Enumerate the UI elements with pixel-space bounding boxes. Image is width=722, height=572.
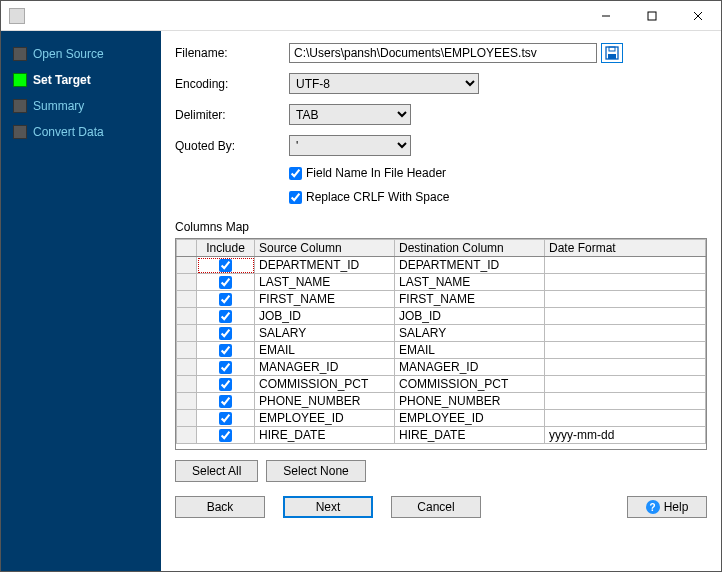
- include-cell[interactable]: [197, 427, 255, 444]
- quoted-by-select[interactable]: ': [289, 135, 411, 156]
- sidebar-item-summary[interactable]: Summary: [1, 93, 161, 119]
- maximize-button[interactable]: [629, 1, 675, 31]
- row-header[interactable]: [177, 410, 197, 427]
- sidebar-item-set-target[interactable]: Set Target: [1, 67, 161, 93]
- source-column-cell[interactable]: MANAGER_ID: [255, 359, 395, 376]
- field-name-header-checkbox[interactable]: [289, 167, 302, 180]
- source-column-cell[interactable]: FIRST_NAME: [255, 291, 395, 308]
- filename-input[interactable]: [289, 43, 597, 63]
- next-button[interactable]: Next: [283, 496, 373, 518]
- source-column-cell[interactable]: COMMISSION_PCT: [255, 376, 395, 393]
- date-format-cell[interactable]: [545, 257, 706, 274]
- row-header[interactable]: [177, 308, 197, 325]
- destination-column-cell[interactable]: HIRE_DATE: [395, 427, 545, 444]
- row-header[interactable]: [177, 342, 197, 359]
- destination-column-cell[interactable]: PHONE_NUMBER: [395, 393, 545, 410]
- destination-column-cell[interactable]: DEPARTMENT_ID: [395, 257, 545, 274]
- include-cell[interactable]: [197, 393, 255, 410]
- cancel-button[interactable]: Cancel: [391, 496, 481, 518]
- date-format-cell[interactable]: [545, 308, 706, 325]
- row-header[interactable]: [177, 427, 197, 444]
- row-header[interactable]: [177, 274, 197, 291]
- include-cell[interactable]: [197, 291, 255, 308]
- row-header[interactable]: [177, 257, 197, 274]
- include-cell[interactable]: [197, 308, 255, 325]
- destination-column-cell[interactable]: JOB_ID: [395, 308, 545, 325]
- table-row[interactable]: EMAILEMAIL: [177, 342, 706, 359]
- include-checkbox[interactable]: [219, 378, 232, 391]
- select-all-button[interactable]: Select All: [175, 460, 258, 482]
- table-row[interactable]: EMPLOYEE_IDEMPLOYEE_ID: [177, 410, 706, 427]
- table-row[interactable]: LAST_NAMELAST_NAME: [177, 274, 706, 291]
- destination-column-cell[interactable]: FIRST_NAME: [395, 291, 545, 308]
- include-cell[interactable]: [197, 342, 255, 359]
- delimiter-select[interactable]: TAB: [289, 104, 411, 125]
- source-column-cell[interactable]: DEPARTMENT_ID: [255, 257, 395, 274]
- minimize-button[interactable]: [583, 1, 629, 31]
- col-header-dest[interactable]: Destination Column: [395, 240, 545, 257]
- source-column-cell[interactable]: EMPLOYEE_ID: [255, 410, 395, 427]
- date-format-cell[interactable]: [545, 393, 706, 410]
- replace-crlf-checkbox[interactable]: [289, 191, 302, 204]
- row-header[interactable]: [177, 291, 197, 308]
- include-checkbox[interactable]: [219, 310, 232, 323]
- destination-column-cell[interactable]: SALARY: [395, 325, 545, 342]
- table-row[interactable]: DEPARTMENT_IDDEPARTMENT_ID: [177, 257, 706, 274]
- select-none-button[interactable]: Select None: [266, 460, 365, 482]
- include-cell[interactable]: [197, 359, 255, 376]
- include-cell[interactable]: [197, 376, 255, 393]
- col-header-include[interactable]: Include: [197, 240, 255, 257]
- date-format-cell[interactable]: [545, 376, 706, 393]
- date-format-cell[interactable]: yyyy-mm-dd: [545, 427, 706, 444]
- help-button[interactable]: ? Help: [627, 496, 707, 518]
- table-row[interactable]: JOB_IDJOB_ID: [177, 308, 706, 325]
- include-cell[interactable]: [197, 410, 255, 427]
- row-header[interactable]: [177, 325, 197, 342]
- include-checkbox[interactable]: [219, 293, 232, 306]
- sidebar-item-open-source[interactable]: Open Source: [1, 41, 161, 67]
- include-checkbox[interactable]: [219, 429, 232, 442]
- table-row[interactable]: MANAGER_IDMANAGER_ID: [177, 359, 706, 376]
- include-checkbox[interactable]: [219, 361, 232, 374]
- date-format-cell[interactable]: [545, 291, 706, 308]
- include-checkbox[interactable]: [219, 412, 232, 425]
- browse-button[interactable]: [601, 43, 623, 63]
- table-row[interactable]: HIRE_DATEHIRE_DATEyyyy-mm-dd: [177, 427, 706, 444]
- include-cell[interactable]: [197, 274, 255, 291]
- table-row[interactable]: PHONE_NUMBERPHONE_NUMBER: [177, 393, 706, 410]
- sidebar-item-convert-data[interactable]: Convert Data: [1, 119, 161, 145]
- row-header[interactable]: [177, 376, 197, 393]
- include-cell[interactable]: [197, 325, 255, 342]
- encoding-select[interactable]: UTF-8: [289, 73, 479, 94]
- date-format-cell[interactable]: [545, 342, 706, 359]
- include-checkbox[interactable]: [219, 344, 232, 357]
- table-row[interactable]: SALARYSALARY: [177, 325, 706, 342]
- back-button[interactable]: Back: [175, 496, 265, 518]
- date-format-cell[interactable]: [545, 410, 706, 427]
- source-column-cell[interactable]: SALARY: [255, 325, 395, 342]
- close-button[interactable]: [675, 1, 721, 31]
- source-column-cell[interactable]: EMAIL: [255, 342, 395, 359]
- destination-column-cell[interactable]: MANAGER_ID: [395, 359, 545, 376]
- col-header-date[interactable]: Date Format: [545, 240, 706, 257]
- date-format-cell[interactable]: [545, 274, 706, 291]
- date-format-cell[interactable]: [545, 325, 706, 342]
- table-row[interactable]: COMMISSION_PCTCOMMISSION_PCT: [177, 376, 706, 393]
- include-checkbox[interactable]: [219, 395, 232, 408]
- include-checkbox[interactable]: [219, 276, 232, 289]
- table-row[interactable]: FIRST_NAMEFIRST_NAME: [177, 291, 706, 308]
- date-format-cell[interactable]: [545, 359, 706, 376]
- include-checkbox[interactable]: [219, 259, 232, 272]
- source-column-cell[interactable]: PHONE_NUMBER: [255, 393, 395, 410]
- row-header[interactable]: [177, 393, 197, 410]
- col-header-source[interactable]: Source Column: [255, 240, 395, 257]
- destination-column-cell[interactable]: LAST_NAME: [395, 274, 545, 291]
- destination-column-cell[interactable]: COMMISSION_PCT: [395, 376, 545, 393]
- source-column-cell[interactable]: HIRE_DATE: [255, 427, 395, 444]
- source-column-cell[interactable]: LAST_NAME: [255, 274, 395, 291]
- include-checkbox[interactable]: [219, 327, 232, 340]
- row-header[interactable]: [177, 359, 197, 376]
- source-column-cell[interactable]: JOB_ID: [255, 308, 395, 325]
- destination-column-cell[interactable]: EMPLOYEE_ID: [395, 410, 545, 427]
- include-cell[interactable]: [197, 257, 255, 274]
